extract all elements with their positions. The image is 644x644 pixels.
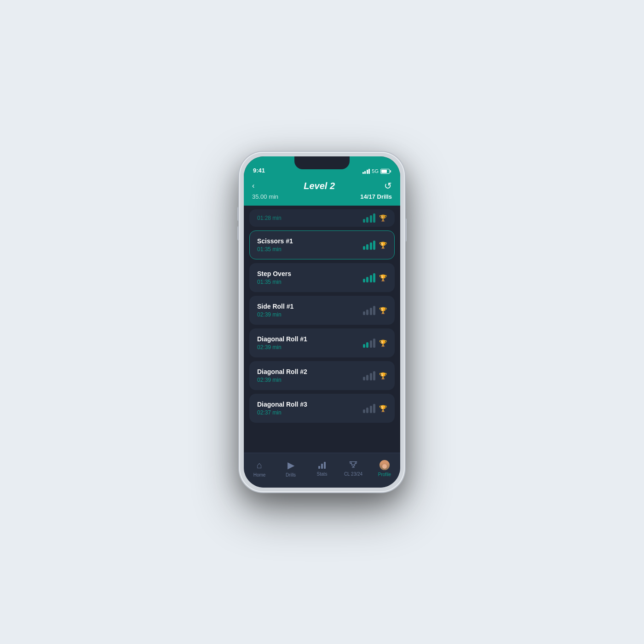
drill-time: 02:39 min <box>257 344 307 351</box>
profile-avatar <box>380 460 390 470</box>
drill-item[interactable]: Step Overs 01:35 min 🏆 <box>249 263 395 292</box>
drill-name: Scissors #1 <box>257 237 293 245</box>
svg-rect-2 <box>324 462 326 469</box>
svg-rect-0 <box>318 466 320 469</box>
drill-time: 01:28 min <box>257 215 282 221</box>
drills-list: 01:28 min 🏆 Scissors #1 01:35 min <box>244 206 400 453</box>
svg-rect-1 <box>321 464 323 469</box>
progress-bars <box>363 306 376 315</box>
nav-item-stats[interactable]: Stats <box>310 460 334 477</box>
nav-label-home: Home <box>253 472 266 477</box>
drill-right: 🏆 <box>363 306 387 315</box>
drill-item[interactable]: Diagonal Roll #2 02:39 min 🏆 <box>249 361 395 390</box>
nav-item-profile[interactable]: Profile <box>373 460 397 477</box>
volume-up-button <box>237 207 239 221</box>
drill-info: Diagonal Roll #2 02:39 min <box>257 368 307 383</box>
drill-item[interactable]: Side Roll #1 02:39 min 🏆 <box>249 296 395 325</box>
progress-bars <box>363 213 376 223</box>
phone-device: 9:41 5G ‹ Lev <box>239 152 405 492</box>
battery-icon <box>380 169 391 174</box>
nav-item-cl[interactable]: CL 23/24 <box>341 460 365 477</box>
notch <box>294 156 350 169</box>
nav-item-home[interactable]: ⌂ Home <box>247 460 271 477</box>
trophy-icon: 🏆 <box>379 242 387 249</box>
trophy-icon: 🏆 <box>379 339 387 347</box>
bottom-nav: ⌂ Home ▶ Drills Stats <box>244 453 400 488</box>
progress-bars <box>363 273 376 282</box>
signal-icon <box>362 169 370 174</box>
progress-bars <box>363 404 376 413</box>
nav-item-drills[interactable]: ▶ Drills <box>279 460 303 477</box>
refresh-button[interactable]: ↺ <box>384 180 392 191</box>
home-icon: ⌂ <box>257 460 262 471</box>
volume-down-button <box>237 226 239 240</box>
trophy-icon: 🏆 <box>379 405 387 412</box>
trophy-icon: 🏆 <box>379 214 387 222</box>
trophy-icon: 🏆 <box>379 307 387 314</box>
drill-right: 🏆 <box>363 339 387 348</box>
drill-info: Diagonal Roll #3 02:37 min <box>257 401 307 416</box>
drill-right: 🏆 <box>363 371 387 380</box>
power-button <box>405 218 407 242</box>
drill-time: 01:35 min <box>257 279 291 285</box>
header-stats: 35.00 min 14/17 Drills <box>252 192 392 200</box>
drill-info: Step Overs 01:35 min <box>257 270 291 285</box>
drill-item[interactable]: 01:28 min 🏆 <box>249 209 395 227</box>
stats-icon <box>317 460 327 470</box>
drill-time: 02:37 min <box>257 409 307 416</box>
network-label: 5G <box>372 168 379 174</box>
drill-right: 🏆 <box>363 213 387 223</box>
cl-icon <box>349 460 358 470</box>
drill-item[interactable]: Diagonal Roll #3 02:37 min 🏆 <box>249 394 395 423</box>
drill-item[interactable]: Scissors #1 01:35 min 🏆 <box>249 230 395 259</box>
header-top: ‹ Level 2 ↺ <box>252 180 392 191</box>
drill-info: 01:28 min <box>257 215 282 221</box>
status-time: 9:41 <box>253 167 265 174</box>
drill-time: 02:39 min <box>257 377 307 383</box>
trophy-icon: 🏆 <box>379 372 387 380</box>
drill-right: 🏆 <box>363 273 387 282</box>
drills-count: 14/17 Drills <box>360 193 392 200</box>
level-header: ‹ Level 2 ↺ 35.00 min 14/17 Drills <box>244 177 400 206</box>
back-button[interactable]: ‹ <box>252 182 254 190</box>
trophy-icon: 🏆 <box>379 274 387 282</box>
drills-icon: ▶ <box>288 460 294 471</box>
drill-time: 01:35 min <box>257 246 293 253</box>
drill-name: Side Roll #1 <box>257 303 293 310</box>
progress-bars <box>363 371 376 380</box>
drill-name: Diagonal Roll #3 <box>257 401 307 408</box>
drill-info: Diagonal Roll #1 02:39 min <box>257 335 307 351</box>
nav-label-drills: Drills <box>286 472 296 477</box>
drill-name: Step Overs <box>257 270 291 277</box>
drill-time: 02:39 min <box>257 311 293 318</box>
drill-right: 🏆 <box>363 404 387 413</box>
phone-screen: 9:41 5G ‹ Lev <box>244 156 400 488</box>
drill-item[interactable]: Diagonal Roll #1 02:39 min 🏆 <box>249 328 395 357</box>
drill-name: Diagonal Roll #1 <box>257 335 307 343</box>
drill-info: Side Roll #1 02:39 min <box>257 303 293 318</box>
nav-label-profile: Profile <box>378 472 391 477</box>
level-duration: 35.00 min <box>252 193 278 200</box>
drill-name: Diagonal Roll #2 <box>257 368 307 375</box>
level-title: Level 2 <box>304 181 335 191</box>
status-icons: 5G <box>362 168 391 174</box>
nav-label-cl: CL 23/24 <box>344 472 362 477</box>
nav-label-stats: Stats <box>317 472 328 477</box>
drill-info: Scissors #1 01:35 min <box>257 237 293 253</box>
progress-bars <box>363 241 376 250</box>
progress-bars <box>363 339 376 348</box>
drill-right: 🏆 <box>363 241 387 250</box>
